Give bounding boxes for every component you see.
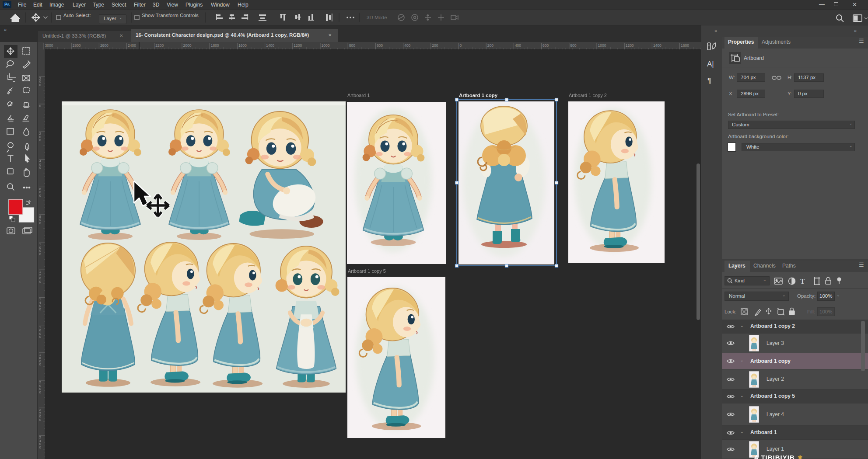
svg-text:0: 0 [39, 104, 42, 108]
svg-text:Artboard 1: Artboard 1 [347, 93, 370, 98]
svg-text:2800: 2800 [73, 43, 81, 48]
svg-text:600: 600 [377, 43, 383, 48]
svg-text:2200: 2200 [155, 43, 164, 48]
svg-text:¶: ¶ [707, 76, 711, 85]
svg-text:0: 0 [39, 362, 42, 366]
svg-text:1400: 1400 [653, 43, 662, 48]
svg-text:0: 0 [39, 83, 42, 87]
svg-text:0: 0 [39, 418, 42, 422]
svg-text:0: 0 [39, 390, 42, 394]
svg-text:1800: 1800 [211, 43, 219, 48]
svg-text:1600: 1600 [238, 43, 247, 48]
svg-text:1200: 1200 [626, 43, 634, 48]
svg-text:0: 0 [39, 335, 42, 339]
svg-text:0: 0 [39, 307, 42, 311]
svg-text:200: 200 [487, 43, 494, 48]
svg-text:0: 0 [39, 280, 42, 284]
svg-text:1200: 1200 [294, 43, 302, 48]
svg-text:200: 200 [432, 43, 438, 48]
svg-text:1400: 1400 [266, 43, 274, 48]
svg-text:1000: 1000 [598, 43, 606, 48]
svg-text:400: 400 [515, 43, 521, 48]
svg-text:Artboard 1 copy 5: Artboard 1 copy 5 [348, 268, 386, 274]
svg-text:0: 0 [460, 43, 462, 48]
svg-text:0: 0 [39, 252, 42, 256]
svg-text:3D Mode: 3D Mode [367, 15, 387, 20]
svg-text:3000: 3000 [45, 43, 53, 48]
svg-text:600: 600 [542, 43, 549, 48]
svg-text:0: 0 [39, 194, 42, 198]
svg-text:0: 0 [39, 138, 42, 142]
svg-text:400: 400 [404, 43, 410, 48]
svg-text:Artboard 1 copy 2: Artboard 1 copy 2 [569, 93, 607, 98]
svg-text:0: 0 [39, 221, 42, 225]
svg-text:T: T [800, 278, 805, 285]
svg-text:A|: A| [707, 60, 714, 68]
svg-text:2400: 2400 [128, 43, 136, 48]
svg-text:2000: 2000 [183, 43, 192, 48]
svg-text:1000: 1000 [322, 43, 330, 48]
svg-text:800: 800 [570, 43, 576, 48]
svg-text:800: 800 [349, 43, 355, 48]
svg-text:2600: 2600 [100, 43, 108, 48]
svg-text:1600: 1600 [681, 43, 689, 48]
svg-text:0: 0 [39, 445, 42, 449]
svg-text:Artboard 1 copy: Artboard 1 copy [459, 93, 498, 98]
svg-text:0: 0 [39, 166, 42, 170]
